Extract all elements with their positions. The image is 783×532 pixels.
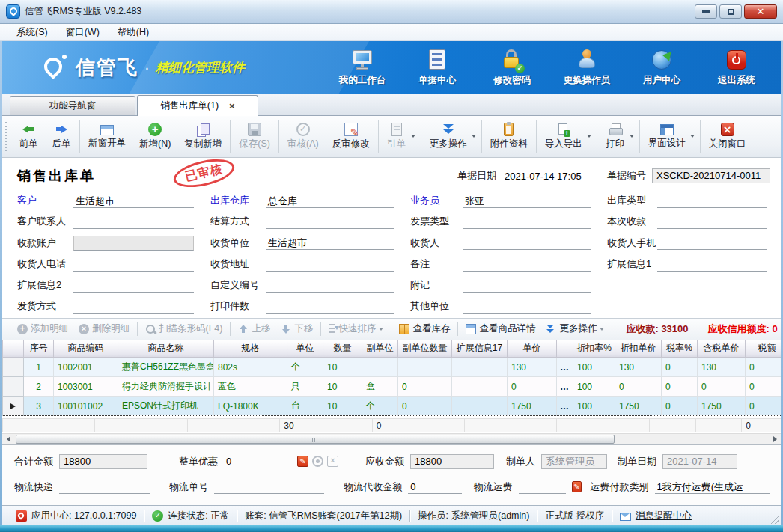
menu-system[interactable]: 系统(S) <box>7 25 57 40</box>
row-selector[interactable] <box>3 358 24 377</box>
next-doc-button[interactable]: 后单 <box>45 116 78 157</box>
cod-amount-field[interactable]: 0 <box>408 480 461 494</box>
field-receiver-unit[interactable]: 生活超市 <box>266 236 394 250</box>
copy-new-button[interactable]: 复制新增 <box>177 116 228 157</box>
row-options-button[interactable]: … <box>557 377 573 397</box>
close-window-button[interactable]: 关闭窗口 <box>702 116 753 157</box>
print-button[interactable]: 打印 <box>599 116 632 157</box>
field-invoice-type[interactable] <box>463 215 591 229</box>
nav-exit-system[interactable]: 退出系统 <box>709 49 764 87</box>
menu-help[interactable]: 帮助(H) <box>109 25 158 40</box>
col-sub-unit[interactable]: 副单位 <box>362 340 398 358</box>
row-options-button[interactable]: … <box>557 358 573 377</box>
field-contact[interactable] <box>73 215 194 229</box>
field-print-count[interactable] <box>266 299 394 314</box>
field-custom-no[interactable] <box>266 278 394 293</box>
new-window-order-button[interactable]: 新窗开单 <box>82 116 132 157</box>
grid-more-actions-button[interactable]: 更多操作 <box>540 322 609 335</box>
field-address[interactable] <box>266 257 394 272</box>
field-ext2[interactable] <box>73 278 194 293</box>
discount-field[interactable]: 0 <box>224 454 290 468</box>
quick-sort-button[interactable]: 快速排序 <box>323 322 389 335</box>
dropdown-caret-icon[interactable] <box>587 135 591 138</box>
nav-document-center[interactable]: 单据中心 <box>409 49 465 87</box>
table-row[interactable]: 11002001惠普CH561ZZ黑色墨盒802s个10130 … 100130… <box>3 358 782 377</box>
edit-discount-icon[interactable] <box>297 456 308 467</box>
col-seq[interactable]: 序号 <box>24 340 54 358</box>
maximize-button[interactable] <box>719 4 742 19</box>
scan-barcode-button[interactable]: 扫描条形码(F4) <box>140 322 228 335</box>
attachment-button[interactable]: 附件资料 <box>484 116 534 157</box>
field-ship-method[interactable] <box>73 299 194 314</box>
scrollbar-thumb[interactable] <box>16 435 615 444</box>
tab-function-nav[interactable]: 功能导航窗 <box>10 96 135 115</box>
add-new-button[interactable]: 新增(N) <box>132 116 177 157</box>
row-options-button[interactable]: … <box>557 397 573 416</box>
field-settlement[interactable] <box>266 215 394 229</box>
coupon-icon[interactable] <box>327 456 338 467</box>
delete-detail-button[interactable]: 删除明细 <box>73 322 135 335</box>
field-remark[interactable] <box>463 257 591 272</box>
price-tag-icon[interactable] <box>312 456 323 467</box>
col-tax-price[interactable]: 含税单价 <box>698 340 746 358</box>
col-ext17[interactable]: 扩展信息17 <box>452 340 508 358</box>
audit-button[interactable]: 审核(A) <box>281 116 326 157</box>
nav-switch-operator[interactable]: 更换操作员 <box>559 49 615 87</box>
col-tax-amount[interactable]: 税额 <box>746 340 782 358</box>
scroll-left-icon[interactable] <box>2 435 14 444</box>
minimize-button[interactable] <box>695 4 717 19</box>
col-discount-rate[interactable]: 折扣率% <box>573 340 615 358</box>
move-up-button[interactable]: 上移 <box>233 322 275 335</box>
edit-freight-icon[interactable] <box>572 481 581 492</box>
col-unit[interactable]: 单位 <box>287 340 323 358</box>
dropdown-caret-icon[interactable] <box>411 135 415 138</box>
tracking-no-field[interactable] <box>214 480 324 494</box>
col-discount-price[interactable]: 折扣单价 <box>615 340 662 358</box>
dropdown-caret-icon[interactable] <box>472 135 476 138</box>
view-product-detail-button[interactable]: 查看商品详情 <box>460 322 540 335</box>
row-selector[interactable] <box>3 397 24 416</box>
field-payment-now[interactable] <box>657 215 767 229</box>
dropdown-caret-icon[interactable] <box>630 135 634 138</box>
doc-date-field[interactable]: 2021-07-14 17:05 <box>502 169 601 183</box>
scroll-right-icon[interactable] <box>769 435 781 444</box>
field-other-unit[interactable] <box>463 299 591 314</box>
col-qty[interactable]: 数量 <box>323 340 362 358</box>
col-price[interactable]: 单价 <box>508 340 557 358</box>
view-stock-button[interactable]: 查看库存 <box>394 322 455 335</box>
col-sub-qty[interactable]: 副单位数量 <box>398 340 452 358</box>
table-row-selected[interactable]: 3100101002EPSON针式打印机LQ-1800K台10个01750 … … <box>3 397 782 416</box>
tab-sales-outbound[interactable]: 销售出库单(1) × <box>137 95 258 116</box>
col-product-name[interactable]: 商品名称 <box>118 340 214 358</box>
message-center-link[interactable]: 消息提醒中心 <box>612 510 699 522</box>
unaudit-modify-button[interactable]: 反审修改 <box>326 116 377 157</box>
nav-change-password[interactable]: 修改密码 <box>484 49 540 87</box>
import-export-button[interactable]: 导入导出 <box>538 116 589 157</box>
logistics-express-field[interactable] <box>59 480 150 494</box>
menu-window[interactable]: 窗口(W) <box>57 25 109 40</box>
freight-type-field[interactable]: 1我方付运费(生成运 <box>655 480 770 494</box>
col-product-code[interactable]: 商品编码 <box>54 340 118 358</box>
prev-doc-button[interactable]: 前单 <box>12 116 45 157</box>
row-selector[interactable] <box>3 377 24 397</box>
field-warehouse[interactable]: 总仓库 <box>266 194 394 208</box>
field-receiver-mobile[interactable] <box>657 236 767 250</box>
nav-workbench[interactable]: 我的工作台 <box>335 49 390 87</box>
move-down-button[interactable]: 下移 <box>275 322 318 335</box>
tab-close-icon[interactable]: × <box>229 100 235 111</box>
field-salesman[interactable]: 张亚 <box>463 194 591 208</box>
table-row[interactable]: 21003001得力经典防滑握手设计蓝色只10盒00 … 1000000 <box>3 377 782 397</box>
more-actions-button[interactable]: 更多操作 <box>423 116 474 157</box>
horizontal-scrollbar[interactable] <box>2 433 781 444</box>
field-outbound-type[interactable] <box>657 194 767 208</box>
nav-user-center[interactable]: 用户中心 <box>634 49 689 87</box>
dropdown-caret-icon[interactable] <box>690 135 695 138</box>
field-receiver-phone[interactable] <box>73 257 194 272</box>
col-tax-rate[interactable]: 税率% <box>662 340 698 358</box>
field-note[interactable] <box>463 278 591 293</box>
add-detail-button[interactable]: 添加明细 <box>12 322 73 335</box>
close-button[interactable]: ✕ <box>744 4 777 19</box>
ui-design-button[interactable]: 界面设计 <box>642 116 692 157</box>
col-spec[interactable]: 规格 <box>214 340 287 358</box>
freight-field[interactable] <box>519 480 566 494</box>
